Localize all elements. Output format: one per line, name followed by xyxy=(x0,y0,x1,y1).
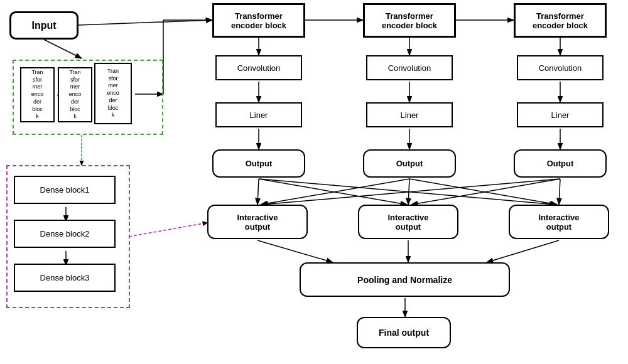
iout2-label: Interactiveoutput xyxy=(387,213,428,232)
conv1-box: Convolution xyxy=(215,55,302,80)
conv1-label: Convolution xyxy=(237,63,281,73)
svg-line-21 xyxy=(262,179,560,205)
input-label: Input xyxy=(31,20,56,31)
svg-line-22 xyxy=(411,179,560,205)
svg-line-16 xyxy=(559,179,560,205)
dense1-box: Dense block1 xyxy=(14,176,116,204)
teb-small2-label: Transformerencoderblock xyxy=(69,69,82,120)
teb1-label: Transformerencoder block xyxy=(231,11,286,30)
teb1-box: Transformerencoder block xyxy=(212,3,305,38)
dense3-label: Dense block3 xyxy=(40,273,90,282)
svg-line-18 xyxy=(259,179,556,205)
svg-line-20 xyxy=(409,179,557,205)
teb-small1-box: Transformerencoderblock xyxy=(20,67,55,122)
conv3-box: Convolution xyxy=(517,55,604,80)
svg-line-2 xyxy=(78,20,212,25)
svg-line-32 xyxy=(44,40,82,58)
out2-label: Output xyxy=(396,159,423,168)
iout2-box: Interactiveoutput xyxy=(358,205,458,239)
conv3-label: Convolution xyxy=(539,63,582,73)
iout1-label: Interactiveoutput xyxy=(237,213,278,232)
teb3-label: Transformerencoder block xyxy=(533,11,588,30)
svg-line-36 xyxy=(129,223,207,237)
liner3-label: Liner xyxy=(551,110,570,120)
finalout-box: Final output xyxy=(357,317,451,348)
out2-box: Output xyxy=(363,149,456,178)
svg-line-23 xyxy=(257,240,333,262)
conv2-box: Convolution xyxy=(366,55,453,80)
teb-small2-box: Transformerencoderblock xyxy=(58,67,92,122)
teb-small1-label: Transformerencoderblock xyxy=(31,69,44,120)
teb2-label: Transformerencoder block xyxy=(382,11,437,30)
out3-box: Output xyxy=(514,149,607,178)
svg-line-14 xyxy=(257,179,259,205)
svg-line-17 xyxy=(259,179,407,205)
dense2-label: Dense block2 xyxy=(40,229,90,238)
liner2-box: Liner xyxy=(366,102,453,127)
teb2-box: Transformerencoder block xyxy=(363,3,456,38)
teb3-box: Transformerencoder block xyxy=(514,3,607,38)
dense2-box: Dense block2 xyxy=(14,220,116,248)
poolnorm-box: Pooling and Normalize xyxy=(300,262,510,297)
input-box: Input xyxy=(9,11,78,40)
liner1-label: Liner xyxy=(250,110,268,120)
liner2-label: Liner xyxy=(401,110,419,120)
teb-small3-label: Transformerencoderblock xyxy=(107,68,119,119)
dense3-box: Dense block3 xyxy=(14,264,116,292)
out3-label: Output xyxy=(547,159,574,168)
dense1-label: Dense block1 xyxy=(40,185,90,195)
svg-line-15 xyxy=(408,179,409,205)
svg-line-25 xyxy=(487,240,559,262)
iout3-label: Interactiveoutput xyxy=(538,213,579,232)
svg-line-19 xyxy=(261,179,409,205)
iout1-box: Interactiveoutput xyxy=(207,205,308,239)
out1-label: Output xyxy=(246,159,273,168)
liner1-box: Liner xyxy=(215,102,302,127)
iout3-box: Interactiveoutput xyxy=(509,205,609,239)
conv2-label: Convolution xyxy=(388,63,431,73)
liner3-box: Liner xyxy=(517,102,604,127)
teb-small3-box: Transformerencoderblock xyxy=(94,63,132,124)
poolnorm-label: Pooling and Normalize xyxy=(357,275,452,285)
out1-box: Output xyxy=(212,149,305,178)
architecture-diagram: Input Transformerencoder block Transform… xyxy=(0,0,628,364)
finalout-label: Final output xyxy=(379,328,429,338)
